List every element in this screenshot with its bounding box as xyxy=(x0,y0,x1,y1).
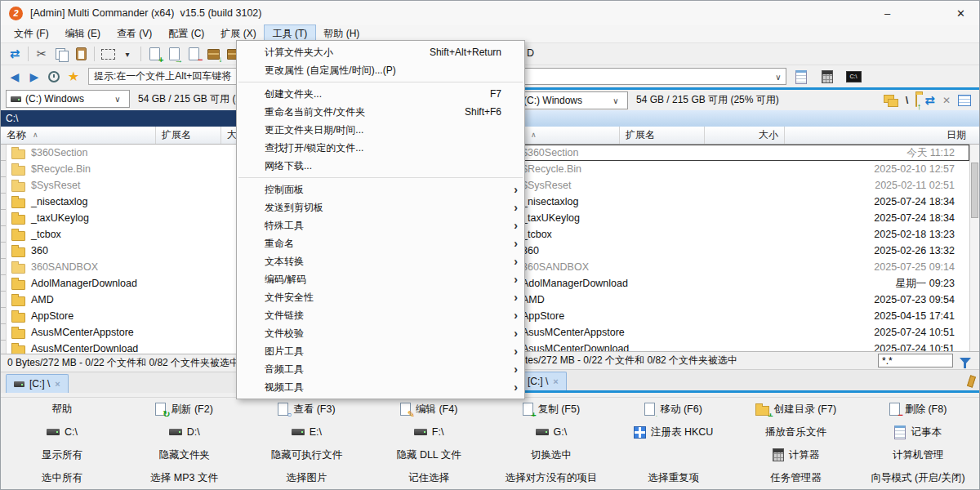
menu-item[interactable]: 计算文件夹大小 Shift+Alt+Return xyxy=(237,43,524,61)
chevron-down-icon[interactable] xyxy=(771,71,786,82)
folder-up-icon[interactable] xyxy=(915,95,917,106)
back-icon[interactable] xyxy=(5,67,24,87)
menu-item[interactable]: 重命名当前文件/文件夹 Shift+F6 xyxy=(237,103,524,121)
new-file-icon[interactable] xyxy=(145,44,164,64)
command-button[interactable]: C:\ xyxy=(1,426,123,438)
command-button[interactable]: F:\ xyxy=(368,426,490,438)
menu-item[interactable]: 编码/解码 xyxy=(237,270,524,288)
pack-icon[interactable] xyxy=(203,44,223,64)
command-button[interactable]: E:\ xyxy=(246,426,368,438)
command-button[interactable]: 记住选择 xyxy=(368,471,490,485)
select-marquee-icon[interactable] xyxy=(98,44,118,64)
command-button[interactable]: 删除 (F8) xyxy=(857,403,979,416)
file-row[interactable]: AsusMCenterAppstore 2025-07-24 10:51 xyxy=(499,324,969,341)
file-row[interactable]: AsusMCenterDownload 2025-07-24 10:51 xyxy=(499,341,969,351)
command-button[interactable]: 播放音乐文件 xyxy=(735,425,858,439)
scissors-icon[interactable] xyxy=(32,44,51,64)
forward-icon[interactable] xyxy=(24,67,44,87)
file-row[interactable]: $360Section 今天 11:12 xyxy=(499,145,969,161)
menu-bar-item[interactable]: 配置 (C) xyxy=(160,25,212,42)
command-button[interactable]: D:\ xyxy=(123,426,246,438)
filter-input[interactable] xyxy=(878,354,953,368)
copy-file-icon[interactable] xyxy=(164,44,184,64)
command-button[interactable]: 计算器 xyxy=(735,448,858,462)
menu-item[interactable]: 文本转换 xyxy=(237,252,524,270)
left-tab-c-drive[interactable]: [C:] \ xyxy=(6,374,69,393)
command-combobox[interactable] xyxy=(523,68,786,85)
command-button[interactable]: 帮助 xyxy=(1,403,123,416)
close-icon[interactable] xyxy=(55,378,60,390)
menu-item[interactable]: 文件链接 xyxy=(237,306,524,324)
menu-item[interactable]: 控制面板 xyxy=(237,180,524,198)
file-row[interactable]: AdolManagerDownload 星期一 09:23 xyxy=(499,275,969,292)
menu-item[interactable]: 更正文件夹日期/时间... xyxy=(237,121,524,139)
menu-item[interactable]: 音频工具 xyxy=(237,360,524,378)
close-button[interactable]: ✕ xyxy=(942,1,979,25)
command-button[interactable]: 隐藏 DLL 文件 xyxy=(368,448,490,462)
command-button[interactable]: 注册表 HKCU xyxy=(612,425,735,439)
file-row[interactable]: 360SANDBOX 2025-07-25 09:14 xyxy=(499,259,969,275)
file-row[interactable]: _nisectaxlog 2025-07-24 18:34 xyxy=(499,194,969,210)
left-drive-selector[interactable]: (C:) Windows xyxy=(6,90,130,108)
menu-item[interactable]: 文件安全性 xyxy=(237,288,524,306)
command-button[interactable]: 显示所有 xyxy=(1,448,123,462)
command-button[interactable]: 创建目录 (F7) xyxy=(735,403,858,416)
history-icon[interactable] xyxy=(44,67,64,87)
column-header-size[interactable]: 大小 xyxy=(705,127,785,144)
menu-item[interactable]: 图片工具 xyxy=(237,342,524,360)
calculator-icon[interactable] xyxy=(817,67,837,87)
chevron-down-icon[interactable] xyxy=(608,95,623,106)
menu-item[interactable]: 发送到剪切板 xyxy=(237,198,524,216)
scrollbar-thumb[interactable] xyxy=(971,163,978,218)
disconnect-icon[interactable] xyxy=(942,95,951,106)
menu-item[interactable]: 视频工具 xyxy=(237,378,524,396)
menu-item[interactable]: 重命名 xyxy=(237,234,524,252)
menu-item[interactable]: 创建文件夹... F7 xyxy=(237,85,524,103)
vertical-scrollbar[interactable] xyxy=(969,145,979,351)
command-button[interactable]: 选择 MP3 文件 xyxy=(123,471,246,485)
command-button[interactable]: 任务管理器 xyxy=(735,471,858,485)
chevron-down-icon[interactable] xyxy=(110,93,125,105)
command-prompt-icon[interactable] xyxy=(844,67,863,87)
command-button[interactable]: 编辑 (F4) xyxy=(368,403,490,416)
command-button[interactable]: 选择图片 xyxy=(246,471,368,485)
root-backslash-icon[interactable] xyxy=(906,94,909,106)
paste-icon[interactable] xyxy=(71,44,91,64)
menu-item[interactable]: 查找打开/锁定的文件... xyxy=(237,139,524,157)
column-header-name[interactable]: 名称 xyxy=(1,127,156,144)
file-row[interactable]: $SysReset 2025-02-11 02:51 xyxy=(499,177,969,194)
command-button[interactable]: 选择重复项 xyxy=(612,471,735,485)
file-row[interactable]: AppStore 2025-04-15 17:41 xyxy=(499,308,969,324)
command-button[interactable]: 刷新 (F2) xyxy=(123,403,246,416)
right-path-bar[interactable]: C:\ xyxy=(499,110,979,127)
column-header-ext[interactable]: 扩展名 xyxy=(620,127,705,144)
minimize-button[interactable]: – xyxy=(869,1,906,25)
menu-item[interactable]: 文件校验 xyxy=(237,324,524,342)
command-button[interactable]: 记事本 xyxy=(857,425,979,439)
brush-icon[interactable] xyxy=(967,375,976,387)
filter-funnel-icon[interactable] xyxy=(960,358,971,364)
view-mode-icon[interactable] xyxy=(958,95,971,106)
command-button[interactable]: 隐藏文件夹 xyxy=(123,448,246,462)
menu-item[interactable]: 更改属性 (自定属性/时间)...(P) xyxy=(237,61,524,79)
column-header-date[interactable]: 日期 xyxy=(785,127,979,144)
menu-bar-item[interactable]: 编辑 (E) xyxy=(57,25,109,42)
folder-tree-icon[interactable] xyxy=(884,94,898,106)
refresh-icon[interactable] xyxy=(924,93,935,108)
file-row[interactable]: _tcbox 2025-02-18 13:23 xyxy=(499,226,969,243)
command-button[interactable]: 移动 (F6) xyxy=(612,403,735,416)
notepad-icon[interactable] xyxy=(791,67,811,87)
command-button[interactable]: 选择对方没有的项目 xyxy=(490,471,612,485)
menu-bar-item[interactable]: 文件 (F) xyxy=(6,25,57,42)
file-row[interactable]: _taxUKeylog 2025-07-24 18:34 xyxy=(499,210,969,226)
chevron-down-icon[interactable] xyxy=(118,44,137,64)
command-button[interactable]: 复制 (F5) xyxy=(490,403,612,416)
menu-item[interactable]: 特殊工具 xyxy=(237,216,524,234)
file-row[interactable]: $Recycle.Bin 2025-02-10 12:57 xyxy=(499,161,969,177)
sync-icon[interactable] xyxy=(5,44,24,64)
command-button[interactable]: 查看 (F3) xyxy=(246,403,368,416)
column-header-ext[interactable]: 扩展名 xyxy=(156,127,221,144)
menu-item[interactable]: 网络下载... xyxy=(237,157,524,175)
copy-icon[interactable] xyxy=(51,44,71,64)
command-button[interactable]: 选中所有 xyxy=(1,471,123,485)
